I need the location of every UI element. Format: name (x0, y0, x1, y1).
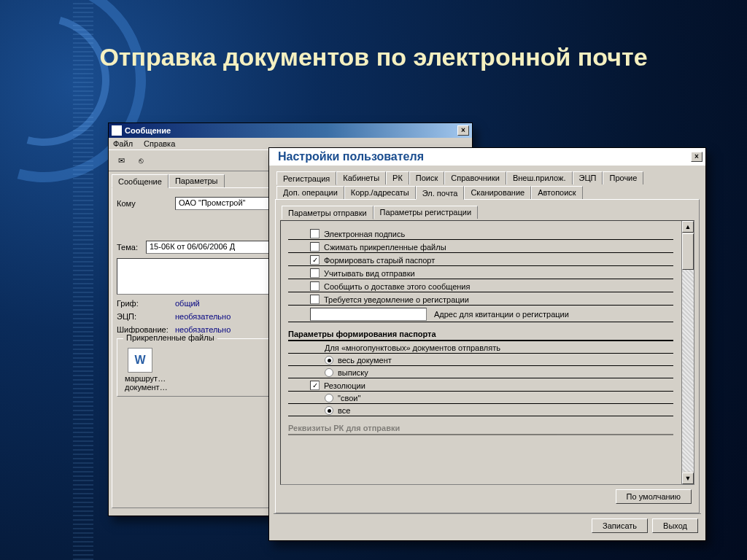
label-own: "свои" (338, 394, 360, 402)
receipt-address-label: Адрес для квитанции о регистрации (434, 310, 569, 319)
checkbox-regnotify[interactable] (310, 295, 320, 304)
label-all: все (338, 406, 350, 415)
exit-button-icon[interactable]: ⎋ (133, 153, 149, 168)
label-resolutions: Резолюции (324, 381, 365, 390)
subtab-reg-params[interactable]: Параметры регистрации (374, 206, 478, 219)
grif-label: Гриф: (117, 299, 175, 308)
exit-button[interactable]: Выход (652, 518, 698, 533)
tab-other[interactable]: Прочие (603, 171, 643, 184)
tab-message[interactable]: Сообщение (112, 174, 169, 188)
close-icon[interactable]: × (691, 152, 703, 162)
checkbox-esign[interactable] (310, 229, 320, 238)
radio-own[interactable] (325, 394, 333, 402)
ecp-label: ЭЦП: (117, 312, 175, 321)
radio-excerpt[interactable] (325, 368, 333, 377)
label-regnotify: Требуется уведомление о регистрации (324, 295, 469, 304)
settings-scroll: Электронная подпись Сжимать прикрепленны… (280, 220, 694, 485)
scroll-down-icon[interactable]: ▼ (682, 472, 694, 484)
send-button-icon[interactable]: ✉ (113, 153, 129, 168)
tab-email[interactable]: Эл. почта (416, 186, 465, 200)
tab-corr[interactable]: Корр./адресаты (344, 186, 416, 199)
menu-file[interactable]: Файл (113, 139, 133, 148)
label-esign: Электронная подпись (324, 230, 405, 238)
label-excerpt: выписку (338, 368, 368, 377)
menu-help[interactable]: Справка (144, 139, 175, 148)
settings-titlebar[interactable]: Настройки пользователя × (269, 148, 705, 166)
word-doc-icon[interactable]: W (128, 348, 152, 373)
tab-ecp[interactable]: ЭЦП (573, 171, 603, 184)
receipt-address-field[interactable] (310, 308, 427, 321)
radio-whole-doc[interactable] (325, 356, 333, 365)
label-passport: Формировать старый паспорт (324, 256, 435, 265)
tab-external[interactable]: Внеш.прилож. (506, 171, 573, 184)
tab-extra-ops[interactable]: Доп. операции (276, 186, 344, 199)
tab-search[interactable]: Поиск (409, 171, 444, 184)
slide-title: Отправка документов по электронной почте (0, 44, 747, 71)
message-title: Сообщение (125, 126, 171, 135)
label-whole-doc: весь документ (338, 356, 392, 365)
label-sendtype: Учитывать вид отправки (324, 269, 415, 278)
tab-directories[interactable]: Справочники (444, 171, 506, 184)
settings-window: Настройки пользователя × Регистрация Каб… (268, 147, 706, 541)
attach-group-title: Прикрепленные файлы (123, 333, 217, 342)
tab-cabinets[interactable]: Кабинеты (336, 171, 386, 184)
scroll-thumb[interactable] (682, 233, 694, 270)
truncated-section: Реквизиты РК для отправки (288, 419, 673, 435)
label-compress: Сжимать прикрепленные файлы (324, 243, 446, 252)
checkbox-compress[interactable] (310, 242, 320, 252)
multi-send-label: Для «многопунктовых» документов отправля… (325, 343, 500, 352)
close-icon[interactable]: × (457, 125, 469, 136)
checkbox-resolutions[interactable]: ✓ (310, 381, 320, 390)
checkbox-passport[interactable]: ✓ (310, 255, 320, 265)
settings-tabs-row1: Регистрация Кабинеты РК Поиск Справочник… (274, 168, 701, 184)
passport-section-header: Параметры формирования паспорта (288, 325, 673, 341)
tab-params[interactable]: Параметры (169, 174, 225, 187)
tab-rk[interactable]: РК (386, 171, 409, 184)
app-icon (112, 125, 122, 136)
scroll-up-icon[interactable]: ▲ (682, 221, 694, 233)
to-label: Кому (117, 199, 175, 208)
tab-autosearch[interactable]: Автопоиск (531, 186, 583, 199)
label-delivery: Сообщить о доставке этого сообщения (324, 282, 470, 291)
tab-scan[interactable]: Сканирование (464, 186, 531, 199)
ecp-value: необязательно (175, 312, 231, 321)
subtab-send-params[interactable]: Параметры отправки (282, 206, 374, 219)
settings-tabs-row2: Доп. операции Корр./адресаты Эл. почта С… (274, 184, 701, 199)
tab-registration[interactable]: Регистрация (276, 171, 336, 185)
checkbox-delivery[interactable] (310, 281, 320, 291)
vertical-scrollbar[interactable]: ▲ ▼ (681, 221, 694, 484)
radio-all[interactable] (325, 406, 333, 415)
grif-value: общий (175, 299, 200, 308)
settings-title: Настройки пользователя (278, 150, 424, 163)
default-button[interactable]: По умолчанию (616, 489, 692, 504)
checkbox-sendtype[interactable] (310, 268, 320, 278)
subject-label: Тема: (117, 243, 146, 252)
save-button[interactable]: Записать (592, 518, 648, 533)
message-titlebar[interactable]: Сообщение × (109, 123, 472, 138)
